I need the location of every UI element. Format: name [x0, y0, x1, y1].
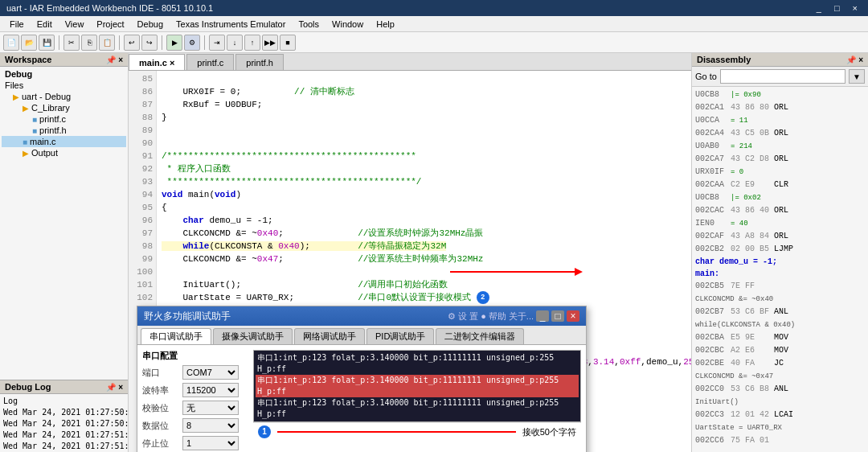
dialog-tab-serial[interactable]: 串口调试助手 — [141, 328, 211, 344]
tb-build[interactable]: ▶ — [166, 35, 182, 51]
code-line-92: ****************************************… — [162, 177, 421, 187]
tree-printf-c[interactable]: ■ printf.c — [2, 113, 126, 125]
tb-sep1 — [59, 35, 59, 50]
dialog-config: 串口配置 端口 COM7 波特率 115200 校验位 无 数据位 — [142, 350, 247, 452]
disasm-line-14: 002CB57E FF — [694, 280, 866, 293]
menu-edit[interactable]: Edit — [31, 18, 59, 31]
menu-file[interactable]: File — [3, 18, 31, 31]
menu-help[interactable]: Help — [370, 18, 401, 31]
title-bar: uart - IAR Embedded Workbench IDE - 8051… — [0, 0, 868, 16]
red-progress-line — [277, 431, 516, 433]
disassembly-panel: Disassembly 📌 × Go to ▼ U0CB8|= 0x90 002… — [691, 53, 868, 452]
dialog-minimize-btn[interactable]: _ — [536, 310, 549, 322]
toolbar: 📄 📂 💾 ✂ ⎘ 📋 ↩ ↪ ▶ ⚙ ⇥ ↓ ↑ ▶▶ ■ — [0, 32, 868, 53]
config-stop-select[interactable]: 1 — [182, 436, 239, 450]
debug-log-header: Debug Log 📌 × — [0, 380, 128, 394]
data-line-3: 串口1:int_p:123 folat_p:3.140000 bit_p:111… — [256, 397, 579, 420]
tab-printf-c[interactable]: printf.c — [186, 54, 234, 70]
config-stop-row: 停止位 1 — [142, 436, 247, 450]
code-line-97: while(CLKCONSTA & 0x40); //等待晶振稳定为32M — [162, 241, 446, 251]
tb-cut[interactable]: ✂ — [63, 35, 80, 51]
workspace-pin-icon[interactable]: 📌 × — [106, 55, 123, 64]
debug-helper-dialog: 野火多功能调试助手 ⚙ 设 置 ● 帮助 关于... _ □ × 串口调试助手 … — [137, 306, 587, 452]
dialog-help[interactable]: ● 帮助 — [481, 310, 506, 323]
dialog-close-btn[interactable]: × — [567, 310, 579, 322]
tb-run[interactable]: ▶▶ — [262, 35, 278, 51]
dialog-data-panel: 串口1:int_p:123 folat_p:3.140000 bit_p:111… — [253, 350, 581, 452]
maximize-btn[interactable]: □ — [830, 3, 844, 13]
dialog-tab-binary[interactable]: 二进制文件编辑器 — [436, 328, 524, 344]
file-icon-3: ■ — [23, 138, 27, 146]
disasm-clkconcmd-1: CLKCONCMD &= ~0x40 — [694, 293, 866, 306]
tree-uart-debug[interactable]: ▶ uart - Debug — [2, 91, 126, 102]
disasm-line-2: 002CA143 86 80ORL — [694, 101, 866, 114]
disassembly-controls[interactable]: 📌 × — [846, 55, 863, 64]
tb-copy[interactable]: ⎘ — [81, 35, 97, 51]
goto-button[interactable]: ▼ — [849, 69, 865, 84]
tb-stop[interactable]: ■ — [280, 35, 296, 51]
disasm-line-9: U0CB8|= 0x02 — [694, 191, 866, 204]
main-c-label: main.c — [30, 137, 55, 146]
debug-section-label: Debug — [5, 69, 32, 79]
code-line-91: * 程序入口函数 — [162, 164, 231, 174]
serial-data-display[interactable]: 串口1:int_p:123 folat_p:3.140000 bit_p:111… — [253, 350, 581, 422]
tb-undo[interactable]: ↩ — [124, 35, 140, 51]
workspace-panel: Workspace 📌 × Debug Files ▶ uart - Debug… — [0, 53, 129, 452]
minimize-btn[interactable]: _ — [813, 3, 825, 13]
tb-open[interactable]: 📂 — [21, 35, 37, 51]
disasm-line-17: 002CBCA2 E6MOV — [694, 344, 866, 357]
dialog-titlebar: 野火多功能调试助手 ⚙ 设 置 ● 帮助 关于... _ □ × — [137, 306, 586, 326]
menu-window[interactable]: Window — [326, 18, 370, 31]
config-check-select[interactable]: 无 — [182, 401, 239, 415]
menu-tools[interactable]: Tools — [292, 18, 326, 31]
code-line-100: InitUart(); //调用串口初始化函数 — [162, 280, 448, 290]
log-line-2: Wed Mar 24, 2021 01:27:50: I... — [3, 407, 125, 418]
menu-view[interactable]: View — [59, 18, 91, 31]
disasm-line-13: 002CB202 00 B5LJMP — [694, 243, 866, 256]
disassembly-header: Disassembly 📌 × — [692, 53, 868, 67]
folder-icon: ▶ — [13, 92, 19, 101]
tree-output[interactable]: ▶ Output — [2, 147, 126, 158]
dialog-about[interactable]: 关于... — [509, 310, 534, 323]
dialog-tab-pid[interactable]: PID调试助手 — [366, 328, 434, 344]
tb-debug[interactable]: ⚙ — [184, 35, 200, 51]
disasm-line-3: U0CCA= 11 — [694, 114, 866, 127]
disasm-line-21: 002CC675 FA 01 — [694, 434, 866, 447]
dialog-tab-network[interactable]: 网络调试助手 — [294, 328, 365, 344]
goto-input[interactable] — [720, 69, 845, 84]
tb-paste[interactable]: 📋 — [99, 35, 115, 51]
dialog-tab-camera[interactable]: 摄像头调试助手 — [213, 328, 293, 344]
close-btn[interactable]: × — [849, 3, 862, 13]
debug-log-controls[interactable]: 📌 × — [106, 383, 123, 392]
tb-new[interactable]: 📄 — [3, 35, 19, 51]
workspace-content: Debug Files ▶ uart - Debug ▶ C_Library ■… — [0, 67, 128, 380]
disasm-line-5: U0AB0= 214 — [694, 140, 866, 153]
tb-redo[interactable]: ↪ — [141, 35, 158, 51]
debug-log-content: Log Wed Mar 24, 2021 01:27:50: I... Wed … — [0, 394, 128, 452]
dialog-settings[interactable]: ⚙ 设 置 — [448, 310, 478, 323]
config-baud-row: 波特率 115200 — [142, 383, 247, 397]
window-controls[interactable]: _ □ × — [813, 3, 862, 13]
config-port-select[interactable]: COM7 — [182, 365, 239, 380]
tb-step-out[interactable]: ↑ — [244, 35, 260, 51]
config-data-select[interactable]: 8 — [182, 418, 239, 433]
menu-debug[interactable]: Debug — [131, 18, 170, 31]
tb-save[interactable]: 💾 — [39, 35, 55, 51]
menu-project[interactable]: Project — [90, 18, 130, 31]
tab-printf-h[interactable]: printf.h — [235, 54, 284, 70]
tb-step-in[interactable]: ↓ — [227, 35, 243, 51]
tree-main-c[interactable]: ■ main.c — [2, 136, 126, 147]
dialog-controls[interactable]: ⚙ 设 置 ● 帮助 关于... _ □ × — [448, 310, 579, 323]
tree-debug-label: Debug — [2, 68, 126, 80]
disasm-line-12: 002CAF43 A8 84ORL — [694, 230, 866, 243]
dialog-maximize-btn[interactable]: □ — [551, 310, 564, 322]
data-line-2: 串口1:int_p:123 folat_p:3.140000 bit_p:111… — [256, 375, 579, 397]
debug-log-panel: Debug Log 📌 × Log Wed Mar 24, 2021 01:27… — [0, 380, 128, 452]
menu-ti-emulator[interactable]: Texas Instruments Emulator — [170, 18, 292, 31]
tree-printf-h[interactable]: ■ printf.h — [2, 125, 126, 136]
config-baud-select[interactable]: 115200 — [182, 383, 239, 397]
tree-clibrary[interactable]: ▶ C_Library — [2, 102, 126, 113]
tab-main-c[interactable]: main.c × — [129, 54, 185, 70]
tb-step-over[interactable]: ⇥ — [209, 35, 225, 51]
disassembly-content[interactable]: U0CB8|= 0x90 002CA143 86 80ORL U0CCA= 11… — [692, 87, 868, 452]
